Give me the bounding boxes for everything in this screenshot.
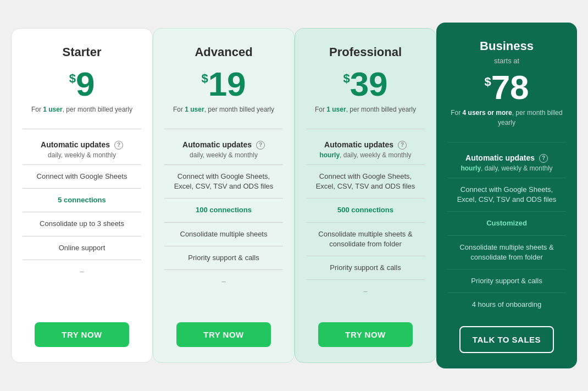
plan-name: Business: [480, 39, 534, 53]
consolidate-feature: Consolidate multiple sheets: [164, 222, 283, 246]
divider-1: [23, 129, 141, 129]
cta-button-advanced[interactable]: TRY NOW: [176, 322, 271, 347]
extra-feature: –: [164, 269, 283, 293]
cta-button-business[interactable]: TALK TO SALES: [459, 326, 554, 353]
updates-frequency: hourly, daily, weekly & monthly: [306, 151, 425, 159]
connections-text: Connect with Google Sheets: [23, 164, 141, 188]
support-feature: Priority support & calls: [164, 246, 283, 269]
price-row: $ 19: [201, 67, 246, 101]
price-highlight: 4 users or more: [463, 109, 512, 117]
price-subtitle: For 1 user, per month billed yearly: [31, 104, 132, 114]
updates-section: Automatic updates ? daily, weekly & mont…: [23, 135, 141, 164]
price-highlight: 1 user: [326, 106, 346, 113]
connections-count: 500 connections: [306, 198, 425, 222]
hourly-highlight: hourly: [461, 164, 481, 172]
updates-label: Automatic updates ?: [306, 140, 425, 150]
plan-card-professional: Professional $ 39 For 1 user, per month …: [295, 28, 436, 364]
price-highlight: 1 user: [185, 106, 204, 113]
updates-label: Automatic updates ?: [164, 140, 283, 150]
price-subtitle: For 4 users or more, per month billed ye…: [447, 108, 566, 128]
updates-section: Automatic updates ? hourly, daily, weekl…: [447, 148, 566, 178]
price-amount: 19: [208, 67, 246, 101]
cta-button-starter[interactable]: TRY NOW: [35, 322, 130, 347]
updates-help-icon[interactable]: ?: [539, 154, 548, 163]
price-highlight: 1 user: [43, 106, 62, 113]
price-dollar: $: [343, 71, 350, 86]
updates-help-icon[interactable]: ?: [398, 141, 407, 150]
price-subtitle: For 1 user, per month billed yearly: [173, 104, 274, 114]
price-row: $ 78: [484, 70, 529, 104]
support-feature: Priority support & calls: [306, 256, 425, 279]
updates-section: Automatic updates ? daily, weekly & mont…: [164, 135, 283, 164]
connections-count: 5 connections: [23, 188, 141, 212]
plan-card-starter: Starter $ 9 For 1 user, per month billed…: [11, 28, 153, 364]
consolidate-feature: Consolidate multiple sheets & consolidat…: [306, 222, 425, 256]
updates-section: Automatic updates ? hourly, daily, weekl…: [306, 135, 425, 164]
divider-1: [164, 129, 283, 129]
connections-text: Connect with Google Sheets, Excel, CSV, …: [306, 164, 425, 198]
hourly-highlight: hourly: [319, 151, 340, 159]
price-amount: 9: [76, 67, 95, 101]
cta-button-professional[interactable]: TRY NOW: [318, 322, 413, 347]
support-feature: Priority support & calls: [447, 269, 566, 293]
plan-name: Advanced: [195, 45, 252, 59]
extra-feature: –: [306, 279, 425, 303]
plan-card-advanced: Advanced $ 19 For 1 user, per month bill…: [153, 28, 295, 364]
extra-feature: –: [23, 260, 141, 283]
connections-count: Customized: [447, 211, 566, 235]
plan-card-business: Businessstarts at $ 78 For 4 users or mo…: [436, 23, 577, 369]
connections-text: Connect with Google Sheets, Excel, CSV, …: [447, 178, 566, 211]
updates-frequency: daily, weekly & monthly: [164, 151, 283, 159]
updates-label: Automatic updates ?: [447, 153, 566, 163]
updates-frequency: hourly, daily, weekly & monthly: [447, 164, 566, 172]
divider-1: [306, 129, 425, 129]
consolidate-feature: Consolidate multiple sheets & consolidat…: [447, 235, 566, 269]
updates-help-icon[interactable]: ?: [114, 141, 123, 150]
price-amount: 78: [491, 70, 529, 104]
support-feature: Online support: [23, 236, 141, 260]
price-amount: 39: [350, 67, 388, 101]
starts-at: starts at: [494, 57, 519, 65]
plan-name: Starter: [63, 45, 102, 59]
price-dollar: $: [201, 71, 208, 86]
price-row: $ 9: [69, 67, 95, 101]
updates-frequency: daily, weekly & monthly: [23, 151, 141, 159]
connections-text: Connect with Google Sheets, Excel, CSV, …: [164, 164, 283, 198]
divider-1: [447, 142, 566, 142]
pricing-container: Starter $ 9 For 1 user, per month billed…: [11, 23, 577, 369]
price-dollar: $: [69, 71, 76, 86]
price-row: $ 39: [343, 67, 387, 101]
consolidate-feature: Consolidate up to 3 sheets: [23, 212, 141, 235]
updates-help-icon[interactable]: ?: [256, 141, 265, 150]
plan-name: Professional: [329, 45, 402, 59]
updates-label: Automatic updates ?: [23, 140, 141, 150]
extra-feature: 4 hours of onboarding: [447, 293, 566, 316]
connections-count: 100 connections: [164, 198, 283, 222]
price-subtitle: For 1 user, per month billed yearly: [315, 104, 416, 114]
price-dollar: $: [484, 75, 491, 89]
